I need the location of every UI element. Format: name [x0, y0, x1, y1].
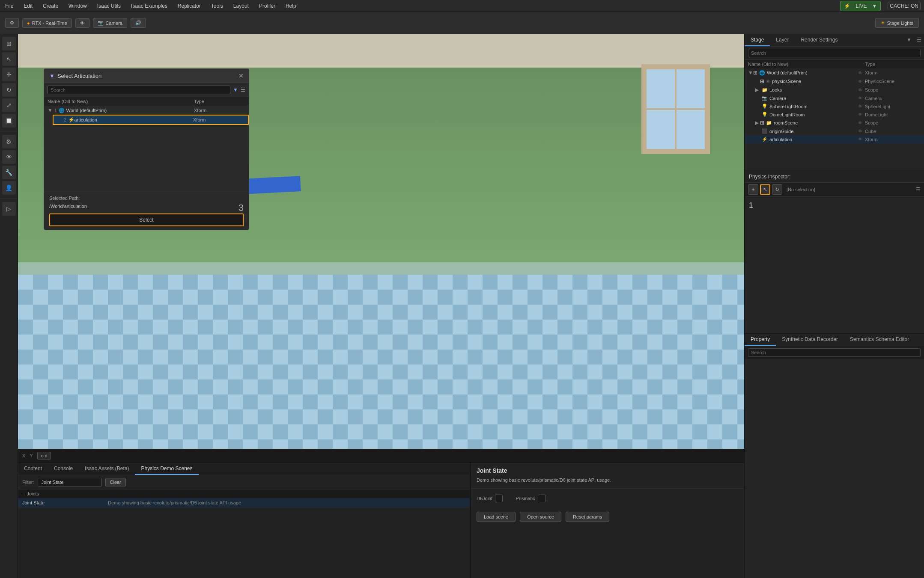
origin-guide-s-icon: ⬛: [762, 128, 768, 134]
joint-state-list-item[interactable]: Joint State Demo showing basic revolute/…: [18, 498, 470, 508]
camera-icon: 📷: [98, 20, 104, 26]
stage-item-origin-guide[interactable]: ⬛ originGuide 👁 Cube: [745, 127, 924, 135]
pi-cursor-button[interactable]: ↖: [760, 184, 770, 195]
physics-eye-icon[interactable]: 👁: [858, 79, 862, 84]
toolbar: ⚙ ● RTX - Real-Time 👁 📷 Camera 🔊 ☀ Stage…: [0, 12, 924, 34]
stage-tree[interactable]: ▼ ⊞ 🌐 World (defaultPrim) 👁 Xform ⊞ ⚛ ph…: [745, 68, 924, 154]
bottom-tab-console[interactable]: Console: [48, 463, 79, 475]
sidebar-icon-tools[interactable]: 🔧: [2, 166, 16, 179]
open-source-button[interactable]: Open source: [520, 512, 561, 522]
sidebar-icon-visibility[interactable]: 👁: [2, 150, 16, 164]
stage-item-world[interactable]: ▼ ⊞ 🌐 World (defaultPrim) 👁 Xform: [745, 68, 924, 77]
sidebar-icon-arrow-right[interactable]: ▷: [2, 202, 16, 216]
dome-light-eye-icon[interactable]: 👁: [858, 112, 862, 117]
dialog-list-icon[interactable]: ☰: [241, 87, 245, 93]
stage-item-room-scene[interactable]: ▶ ⊞ 📁 roomScene 👁 Scope: [745, 119, 924, 127]
stage-filter-icon[interactable]: ▼: [904, 34, 914, 46]
sidebar-icon-scale[interactable]: ⤢: [2, 98, 16, 112]
pi-add-button[interactable]: +: [748, 184, 758, 195]
menu-edit[interactable]: Edit: [22, 2, 34, 10]
menu-profiler[interactable]: Profiler: [257, 2, 277, 10]
menu-file[interactable]: File: [3, 2, 15, 10]
menu-create[interactable]: Create: [41, 2, 60, 10]
stage-tab-layer[interactable]: Layer: [770, 34, 795, 46]
dialog-tree-content[interactable]: ▼ 1 🌐 World (defaultPrim) Xform 2 ⚡ arti…: [44, 106, 249, 192]
bottom-tab-physics-demo[interactable]: Physics Demo Scenes: [135, 463, 198, 475]
eye-button[interactable]: 👁: [75, 18, 89, 28]
looks-s-icon: 📁: [762, 87, 768, 93]
menu-tools[interactable]: Tools: [209, 2, 225, 10]
property-tab-property[interactable]: Property: [745, 334, 776, 346]
dialog-tree-item-world[interactable]: ▼ 1 🌐 World (defaultPrim) Xform: [44, 106, 249, 115]
world-eye-icon[interactable]: 👁: [858, 71, 862, 75]
property-tab-synthetic[interactable]: Synthetic Data Recorder: [776, 334, 844, 346]
pi-refresh-button[interactable]: ↻: [772, 184, 782, 195]
live-dropdown-icon[interactable]: ▼: [870, 2, 879, 10]
stage-item-dome-light[interactable]: 💡 DomeLightRoom 👁 DomeLight: [745, 110, 924, 119]
sidebar-icon-person[interactable]: 👤: [2, 181, 16, 195]
articulation-stage-eye-icon[interactable]: 👁: [858, 137, 862, 142]
room-scene-toggle[interactable]: ▶: [755, 120, 759, 126]
menu-isaac-examples[interactable]: Isaac Examples: [129, 2, 169, 10]
stage-item-sphere-light[interactable]: 💡 SphereLightRoom 👁 SphereLight: [745, 102, 924, 110]
audio-button[interactable]: 🔊: [131, 18, 146, 28]
looks-toggle[interactable]: ▶: [755, 87, 759, 93]
sidebar-icon-select[interactable]: ↖: [2, 52, 16, 66]
load-scene-button[interactable]: Load scene: [477, 512, 516, 522]
dialog-col-type: Type: [194, 99, 245, 104]
stage-item-articulation[interactable]: ⚡ articulation 👁 Xform: [745, 135, 924, 143]
dialog-tree-item-articulation[interactable]: 2 ⚡ articulation Xform: [53, 115, 249, 125]
dialog-close-button[interactable]: ✕: [238, 72, 244, 79]
stage-lights-button[interactable]: ☀ Stage Lights: [875, 18, 919, 28]
filter-input[interactable]: [38, 478, 102, 486]
stage-tab-stage[interactable]: Stage: [745, 34, 770, 46]
pi-menu-icon[interactable]: ☰: [916, 187, 921, 193]
axis-y-label: Y: [30, 453, 33, 458]
stage-item-looks[interactable]: ▶ 📁 Looks 👁 Scope: [745, 86, 924, 94]
property-tab-semantics[interactable]: Semantics Schema Editor: [844, 334, 915, 346]
dialog-search-input[interactable]: [48, 86, 230, 94]
looks-eye-icon[interactable]: 👁: [858, 88, 862, 92]
reset-params-button[interactable]: Reset params: [566, 512, 609, 522]
camera-s-icon: 📷: [762, 95, 768, 101]
menu-layout[interactable]: Layout: [232, 2, 250, 10]
sidebar-icon-transform[interactable]: ⊞: [2, 37, 16, 50]
dialog-filter-active-icon[interactable]: ▼: [233, 87, 238, 93]
select-articulation-button[interactable]: Select: [49, 213, 244, 226]
stage-item-camera[interactable]: 📷 Camera 👁 Camera: [745, 94, 924, 102]
stage-tab-render[interactable]: Render Settings: [795, 34, 844, 46]
sphere-light-eye-icon[interactable]: 👁: [858, 104, 862, 109]
origin-guide-eye-icon[interactable]: 👁: [858, 129, 862, 133]
menu-window[interactable]: Window: [67, 2, 89, 10]
sidebar-icon-snap[interactable]: 🔲: [2, 114, 16, 127]
prismatic-checkbox[interactable]: [538, 495, 545, 502]
bottom-tab-content[interactable]: Content: [18, 463, 48, 475]
stage-panel: Stage Layer Render Settings ▼ ☰ Name (Ol…: [745, 34, 924, 171]
rtx-button[interactable]: ● RTX - Real-Time: [22, 18, 72, 28]
physics-number: 1: [749, 201, 753, 210]
d6joint-checkbox[interactable]: [495, 495, 503, 502]
property-search-input[interactable]: [748, 348, 921, 357]
joints-section-header: − Joints: [18, 489, 470, 498]
menu-isaac-utils[interactable]: Isaac Utils: [95, 2, 122, 10]
menu-help[interactable]: Help: [284, 2, 298, 10]
sidebar-icon-physics[interactable]: ⚙: [2, 135, 16, 148]
bottom-tab-isaac-assets[interactable]: Isaac Assets (Beta): [79, 463, 135, 475]
world-toggle[interactable]: ▼: [748, 70, 752, 76]
camera-button[interactable]: 📷 Camera: [93, 18, 127, 28]
sidebar-icon-rotate[interactable]: ↻: [2, 83, 16, 97]
filter-clear-button[interactable]: Clear: [105, 478, 126, 486]
stage-list-icon[interactable]: ☰: [914, 34, 924, 46]
world-number: 1: [54, 108, 57, 113]
room-scene-eye-icon[interactable]: 👁: [858, 121, 862, 125]
settings-button[interactable]: ⚙: [5, 18, 19, 28]
camera-eye-icon[interactable]: 👁: [858, 96, 862, 101]
property-tabs: Property Synthetic Data Recorder Semanti…: [745, 334, 924, 346]
stage-search-input[interactable]: [748, 49, 921, 57]
sidebar-icon-move[interactable]: ✛: [2, 68, 16, 81]
selected-path-row: /World/articulation 3: [49, 202, 244, 213]
property-panel: Property Synthetic Data Recorder Semanti…: [745, 334, 924, 578]
viewport[interactable]: ▼ Select Articulation ✕ ▼ ☰ Name (Old to…: [18, 34, 744, 449]
menu-replicator[interactable]: Replicator: [176, 2, 203, 10]
stage-item-physics[interactable]: ⊞ ⚛ physicsScene 👁 PhysicsScene: [745, 77, 924, 86]
